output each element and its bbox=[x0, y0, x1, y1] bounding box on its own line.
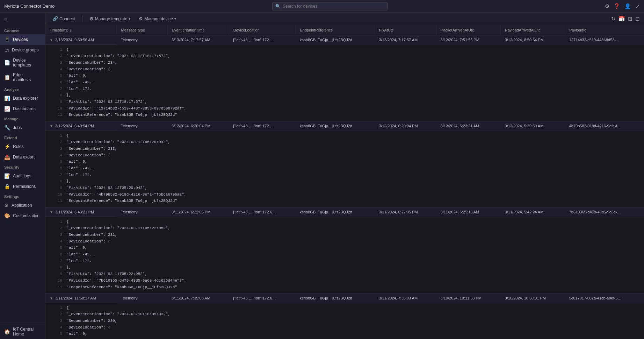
line-text: "DeviceLocation": { bbox=[66, 66, 110, 73]
table-cell: ksnb8GB_TuGjp__jLfs2BQJ2d bbox=[296, 294, 375, 303]
sidebar-item-edge-manifests[interactable]: 📋 Edge manifests bbox=[0, 70, 45, 85]
line-number: 9 bbox=[56, 99, 62, 105]
sidebar-item-dashboards[interactable]: 📈 Dashboards bbox=[0, 104, 45, 114]
code-line: 8 }, bbox=[56, 92, 637, 99]
sidebar-item-label: Audit logs bbox=[13, 174, 31, 178]
line-text: "lat": -43. , bbox=[66, 79, 95, 86]
line-number: 9 bbox=[56, 271, 62, 277]
table-cell: Telemetry bbox=[117, 207, 167, 217]
code-line: 11 "EndpointReference": "ksnb8GB_TuGjp__… bbox=[56, 198, 637, 204]
table-cell: 3/10/2024, 10:58:01 PM bbox=[501, 294, 565, 303]
code-line: 2 "_eventcreationtime": "2024-03-11T05:2… bbox=[56, 225, 637, 232]
user-icon[interactable]: 👤 bbox=[624, 3, 631, 9]
device-templates-icon: 📄 bbox=[4, 60, 10, 65]
line-text: "_eventcreationtime": "2024-03-12T18:17:… bbox=[66, 53, 170, 59]
devices-icon: 📱 bbox=[4, 37, 10, 42]
code-line: 3 "SequenceNumber": 231, bbox=[56, 232, 637, 238]
code-block: 1{2 "_eventcreationtime": "2024-03-12T18… bbox=[45, 45, 644, 122]
connect-icon: 🔗 bbox=[52, 16, 58, 21]
line-number: 10 bbox=[56, 191, 62, 198]
code-line: 1{ bbox=[56, 305, 637, 311]
sidebar-item-label: IoT Central Home bbox=[13, 327, 41, 337]
table-cell: Telemetry bbox=[117, 35, 167, 45]
toolbar: 🔗 Connect ⚙ Manage template ▾ ⚙ Manage d… bbox=[45, 13, 644, 25]
table-cell: 4b79b582-018d-4216-9efa-f… bbox=[565, 121, 644, 131]
help-icon[interactable]: ❓ bbox=[614, 3, 620, 9]
settings-icon[interactable]: ⚙ bbox=[605, 3, 609, 9]
sidebar-item-label: Application bbox=[12, 203, 32, 208]
columns-icon[interactable]: ⊞ bbox=[628, 16, 632, 22]
sidebar-item-customization[interactable]: 🎨 Customization bbox=[0, 211, 45, 221]
line-number: 9 bbox=[56, 185, 62, 191]
customization-icon: 🎨 bbox=[4, 213, 10, 219]
table-cell: 3/10/2024, 10:11:58 PM bbox=[436, 294, 501, 303]
line-text: "FixAtUtc": "2024-03-11T05:22:052", bbox=[66, 271, 147, 277]
line-number: 5 bbox=[56, 245, 62, 251]
sidebar-item-label: Device groups bbox=[12, 48, 39, 52]
line-number: 2 bbox=[56, 311, 62, 318]
sidebar-item-rules[interactable]: ⚡ Rules bbox=[0, 141, 45, 152]
line-text: }, bbox=[66, 92, 71, 99]
expand-icon: ▼ bbox=[50, 296, 53, 300]
sidebar-item-application[interactable]: ⚙ Application bbox=[0, 200, 45, 211]
sidebar-item-device-templates[interactable]: 📄 Device templates bbox=[0, 55, 45, 70]
code-block: 1{2 "_eventcreationtime": "2024-03-12T05… bbox=[45, 131, 644, 208]
home-icon: 🏠 bbox=[4, 329, 10, 334]
col-timestamp: Timestamp ↓ bbox=[45, 25, 117, 35]
table-cell: ["lat":-43.,…"lon":172…. bbox=[229, 121, 296, 131]
table-cell: 3/12/2024, 5:23:21 AM bbox=[436, 121, 501, 131]
sidebar-item-label: Device templates bbox=[13, 58, 41, 68]
table-body: ▼ 3/13/2024, 9:50:56 AMTelemetry3/13/202… bbox=[45, 35, 644, 339]
code-line: 7 "lon": 172. bbox=[56, 258, 637, 264]
sidebar-item-audit-logs[interactable]: 📝 Audit logs bbox=[0, 171, 45, 181]
manage-device-button[interactable]: ⚙ Manage device ▾ bbox=[136, 15, 179, 23]
table-row[interactable]: ▼ 3/13/2024, 9:50:56 AMTelemetry3/13/202… bbox=[45, 35, 644, 45]
hamburger-icon[interactable]: ≡ bbox=[0, 13, 45, 26]
code-line: 4 "DeviceLocation": { bbox=[56, 66, 637, 73]
code-line: 3 "SequenceNumber": 233, bbox=[56, 146, 637, 152]
content-area: Timestamp ↓ Message type Event creation … bbox=[45, 25, 644, 339]
table-cell: 3/13/2024, 7:17:57 AM bbox=[167, 35, 229, 45]
sidebar-item-device-groups[interactable]: 🗂 Device groups bbox=[0, 45, 45, 55]
table-row[interactable]: ▼ 3/11/2024, 6:43:21 PMTelemetry3/11/202… bbox=[45, 207, 644, 217]
table-cell: ksnb8GB_TuGjp__jLfs2BQJ2d bbox=[296, 35, 375, 45]
filter-icon[interactable]: ⊟ bbox=[635, 16, 640, 22]
sidebar-item-jobs[interactable]: 🔧 Jobs bbox=[0, 122, 45, 133]
expand-icon: ▼ bbox=[50, 124, 53, 128]
search-input-wrap[interactable]: 🔍 bbox=[272, 2, 388, 10]
code-line: 5 "alt": 0, bbox=[56, 331, 637, 337]
table-cell: ▼ 3/11/2024, 11:58:17 AM bbox=[45, 294, 117, 303]
sidebar-item-iot-central-home[interactable]: 🏠 IoT Central Home bbox=[0, 324, 45, 339]
code-line: 8 }, bbox=[56, 178, 637, 185]
manage-template-icon: ⚙ bbox=[89, 16, 94, 21]
line-text: "alt": 0, bbox=[66, 158, 87, 165]
table-row[interactable]: ▼ 3/11/2024, 11:58:17 AMTelemetry3/11/20… bbox=[45, 294, 644, 303]
sidebar-item-data-export[interactable]: 📤 Data export bbox=[0, 152, 45, 162]
sidebar-item-devices[interactable]: 📱 Devices bbox=[0, 34, 45, 45]
refresh-icon[interactable]: ↻ bbox=[611, 16, 616, 22]
line-number: 6 bbox=[56, 165, 62, 172]
connect-button[interactable]: 🔗 Connect bbox=[50, 15, 78, 23]
data-explorer-icon: 📊 bbox=[4, 96, 10, 101]
sidebar-item-label: Devices bbox=[13, 37, 28, 42]
line-number: 5 bbox=[56, 158, 62, 165]
col-device-location: DeviceLocation bbox=[229, 25, 296, 35]
sidebar-item-permissions[interactable]: 🔒 Permissions bbox=[0, 181, 45, 192]
expand-icon[interactable]: ⤢ bbox=[635, 3, 640, 9]
line-text: "alt": 0, bbox=[66, 245, 87, 251]
code-line: 10 "PayloadId": "12714b32-c519-443f-8d53… bbox=[56, 105, 637, 112]
line-text: { bbox=[66, 133, 69, 139]
table-row[interactable]: ▼ 3/12/2024, 6:40:54 PMTelemetry3/12/202… bbox=[45, 121, 644, 131]
table-cell: ksnb8GB_TuGjp__jLfs2BQJ2d bbox=[296, 207, 375, 217]
manage-template-button[interactable]: ⚙ Manage template ▾ bbox=[87, 15, 133, 23]
calendar-icon[interactable]: 📅 bbox=[618, 16, 625, 22]
line-number: 6 bbox=[56, 251, 62, 258]
code-line: 7 "lon": 172. bbox=[56, 86, 637, 92]
dashboards-icon: 📈 bbox=[4, 106, 10, 112]
search-input[interactable] bbox=[283, 4, 384, 9]
table-cell: ksnb8GB_TuGjp__jLfs2BQJ2d bbox=[296, 121, 375, 131]
code-line: 6 "lat": -43. , bbox=[56, 79, 637, 86]
line-number: 5 bbox=[56, 72, 62, 79]
line-number: 1 bbox=[56, 219, 62, 225]
sidebar-item-data-explorer[interactable]: 📊 Data explorer bbox=[0, 93, 45, 104]
